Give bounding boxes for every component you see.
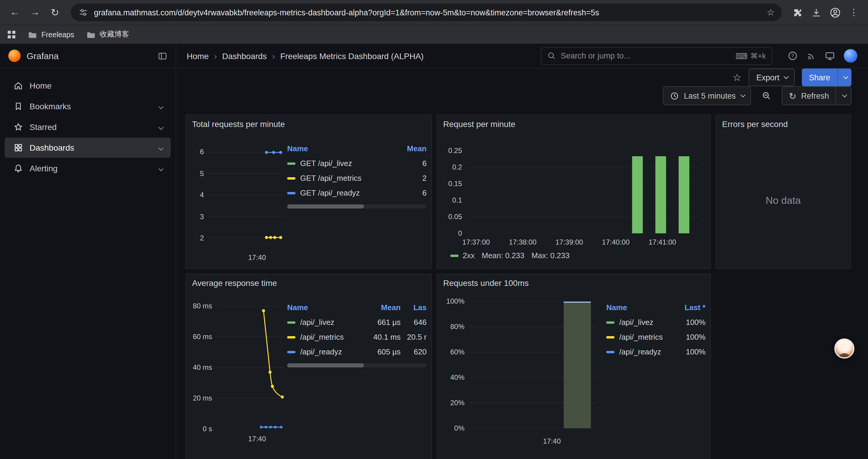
grafana-top-nav: Grafana Home › Dashboards › Freeleaps Me… (0, 44, 868, 68)
reload-button[interactable]: ↻ (46, 4, 64, 21)
requests-per-minute-chart[interactable]: 0.25 0.2 0.15 0.1 0.05 0 (442, 133, 706, 265)
nav-main: Home › Dashboards › Freeleaps Metrics Da… (176, 44, 868, 68)
grafana-logo[interactable] (8, 50, 21, 62)
y-tick: 20% (442, 399, 464, 406)
forward-button[interactable]: → (26, 4, 44, 21)
x-tick: 17:39:00 (555, 238, 583, 246)
kiosk-monitor-icon[interactable] (825, 51, 835, 61)
x-tick: 17:40 (248, 254, 266, 262)
legend-header-name[interactable]: Name (606, 303, 674, 312)
panel-title[interactable]: Average response time (186, 274, 431, 292)
sidebar-item-home[interactable]: Home (5, 76, 171, 96)
refresh-button[interactable]: ↻ Refresh (782, 86, 851, 105)
breadcrumb-dashboards[interactable]: Dashboards (222, 51, 267, 61)
time-range-picker[interactable]: Last 5 minutes (663, 86, 751, 105)
sidebar-item-bookmarks[interactable]: Bookmarks (5, 96, 171, 117)
legend-row[interactable]: /api/_readyz 100% (606, 345, 706, 359)
browser-menu-icon[interactable]: ⋮ (845, 4, 862, 21)
x-tick: 17:41:00 (649, 238, 676, 246)
series-mean: Mean: 0.233 (482, 251, 524, 260)
search-shortcut: ⌨ ⌘+k (735, 51, 766, 61)
folder-icon (86, 30, 95, 39)
avg-response-time-chart[interactable]: 80 ms 60 ms 40 ms 20 ms 0 s (191, 292, 284, 458)
chevron-down-icon[interactable] (158, 102, 162, 111)
sidebar-item-starred[interactable]: Starred (5, 117, 171, 137)
search-input[interactable] (561, 52, 731, 60)
bar-plot[interactable] (469, 301, 597, 428)
legend-item-2xx[interactable]: 2xx (450, 251, 474, 260)
export-button[interactable]: Export (749, 68, 795, 86)
share-menu-segment[interactable] (837, 68, 851, 86)
chevron-down-icon[interactable] (158, 164, 162, 173)
panel-title[interactable]: Total requests per minute (186, 115, 431, 133)
sidebar-item-label: Alerting (30, 164, 58, 173)
refresh-interval-segment[interactable] (836, 87, 851, 104)
chevron-down-icon[interactable] (158, 122, 162, 132)
legend-header-last[interactable]: Last * (678, 303, 706, 312)
share-button[interactable]: Share (802, 68, 851, 86)
legend-row[interactable]: GET /api/_metrics 2 (287, 171, 427, 186)
assistant-avatar[interactable] (834, 338, 855, 359)
apps-grid-icon[interactable] (7, 30, 16, 39)
series-last: 100% (678, 347, 706, 356)
refresh-main-segment[interactable]: ↻ Refresh (782, 87, 836, 104)
y-tick: 0 (440, 230, 462, 237)
grafana-body: Home Bookmarks Starred Dashboards (0, 68, 868, 459)
site-settings-icon[interactable] (78, 7, 89, 18)
line-plot[interactable] (217, 306, 284, 429)
legend-header-mean[interactable]: Mean (368, 303, 401, 312)
panel-title[interactable]: Request per minute (437, 115, 710, 133)
y-tick: 5 (186, 170, 204, 177)
chevron-down-icon[interactable] (158, 143, 162, 153)
bar-plot[interactable] (467, 151, 700, 233)
zoom-out-button[interactable] (757, 86, 776, 105)
back-button[interactable]: ← (6, 4, 24, 21)
sidebar-item-dashboards[interactable]: Dashboards (5, 138, 171, 158)
svg-text:?: ? (791, 53, 794, 59)
legend-header-mean[interactable]: Mean (399, 144, 427, 153)
scrollbar-thumb[interactable] (287, 363, 364, 367)
browser-profile-icon[interactable] (827, 4, 843, 21)
legend-header-last[interactable]: Las (405, 303, 427, 312)
download-icon[interactable] (808, 4, 824, 21)
legend-header-name[interactable]: Name (287, 303, 363, 312)
url-input[interactable] (94, 8, 761, 17)
favorite-star-icon[interactable]: ☆ (733, 71, 742, 84)
legend-row[interactable]: /api/_livez 661 µs 646 (287, 315, 427, 330)
omnibox[interactable]: ☆ (71, 4, 782, 21)
legend-row[interactable]: GET /api/_readyz 6 (287, 186, 427, 200)
bookmark-folder-blog[interactable]: 收藏博客 (86, 30, 129, 40)
series-swatch-blue (287, 192, 296, 194)
sidebar-item-label: Dashboards (30, 143, 74, 153)
legend-scrollbar[interactable] (287, 363, 427, 367)
bookmark-star-icon[interactable]: ☆ (767, 7, 775, 18)
requests-under-100ms-chart[interactable]: 100% 80% 60% 40% 20% 0% (442, 292, 603, 458)
sidebar-item-label: Bookmarks (30, 102, 71, 111)
sidebar-item-alerting[interactable]: Alerting (5, 158, 171, 178)
sidebar-toggle-icon[interactable] (158, 51, 167, 61)
share-label-segment[interactable]: Share (802, 68, 837, 86)
panel-title[interactable]: Requests under 100ms (437, 274, 710, 292)
series-last: 20.5 r (405, 333, 427, 341)
legend-row[interactable]: /api/_readyz 605 µs 620 (287, 345, 427, 359)
breadcrumb-home[interactable]: Home (187, 51, 209, 61)
total-requests-chart[interactable]: 6 5 4 3 2 (191, 133, 284, 265)
user-avatar[interactable] (844, 49, 857, 63)
series-max: Max: 0.233 (531, 251, 569, 260)
legend-header-name[interactable]: Name (287, 144, 395, 153)
legend-header-row: Name Mean Las (287, 300, 427, 315)
export-label: Export (756, 73, 779, 82)
scrollbar-thumb[interactable] (287, 204, 364, 208)
extensions-icon[interactable] (789, 4, 805, 21)
news-rss-icon[interactable] (807, 51, 816, 61)
legend-scrollbar[interactable] (287, 204, 427, 208)
help-icon[interactable]: ? (788, 51, 798, 61)
search-box[interactable]: ⌨ ⌘+k (541, 47, 772, 65)
legend-row[interactable]: GET /api/_livez 6 (287, 156, 427, 171)
panel-title[interactable]: Errors per second (716, 115, 850, 133)
legend-row[interactable]: /api/_livez 100% (606, 315, 706, 330)
legend-row[interactable]: /api/_metrics 100% (606, 330, 706, 345)
bookmark-folder-freeleaps[interactable]: Freeleaps (28, 30, 74, 39)
legend-row[interactable]: /api/_metrics 40.1 ms 20.5 r (287, 330, 427, 345)
line-plot[interactable] (208, 148, 282, 241)
